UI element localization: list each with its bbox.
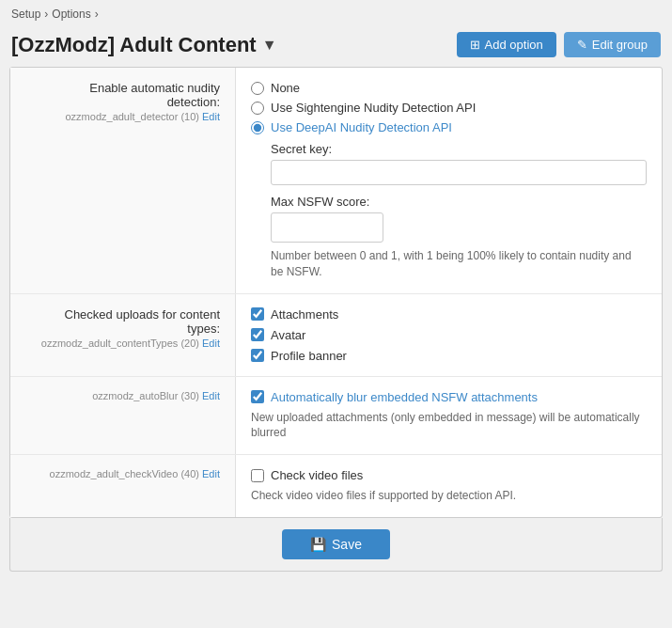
nsfw-score-input[interactable]: 0.8 [272,216,383,240]
check-video-meta-text: ozzmodz_adult_checkVideo (40) [50,468,199,479]
add-icon: ⊞ [470,38,480,52]
edit-icon: ✎ [577,38,587,52]
page-header: [OzzModz] Adult Content ▼ ⊞ Add option ✎… [0,28,672,67]
checkbox-auto-blur-label: Automatically blur embedded NSFW attachm… [271,390,538,404]
content-types-meta-text: ozzmodz_adult_contentTypes (20) [41,338,199,349]
checkbox-avatar-label: Avatar [271,328,305,342]
check-video-edit-link[interactable]: Edit [202,468,220,479]
checkbox-auto-blur-input[interactable] [251,390,264,403]
deepai-sub-options: Secret key: Max NSFW score: 0.8 + − Numb… [271,142,647,280]
nsfw-hint-text: Number between 0 and 1, with 1 being 100… [271,248,647,280]
checkbox-avatar[interactable]: Avatar [251,328,647,342]
auto-blur-hint: New uploaded attachments (only embedded … [251,410,647,442]
dropdown-arrow-icon[interactable]: ▼ [262,37,277,54]
auto-blur-meta: ozzmodz_autoBlur (30) Edit [25,390,220,401]
option-row-nudity-detection: Enable automatic nuditydetection: ozzmod… [10,68,662,294]
footer-bar: 💾 Save [9,518,663,572]
breadcrumb-sep2: › [95,8,99,21]
checkbox-profile-banner[interactable]: Profile banner [251,349,647,363]
save-icon: 💾 [310,537,326,552]
radio-sightengine[interactable]: Use Sightengine Nudity Detection API [251,101,647,115]
secret-key-label: Secret key: [271,142,647,156]
nudity-edit-link[interactable]: Edit [202,111,220,122]
checkbox-check-video-label: Check video files [271,468,363,482]
add-option-label: Add option [485,38,543,52]
option-label-content-types: Checked uploads for contenttypes: ozzmod… [10,294,236,376]
page-title: [OzzModz] Adult Content ▼ [11,33,277,57]
add-option-button[interactable]: ⊞ Add option [457,32,556,57]
nsfw-input-group: 0.8 + − [271,212,383,243]
content-types-value-cell: Attachments Avatar Profile banner [236,294,662,376]
edit-group-label: Edit group [592,38,648,52]
radio-sightengine-label: Use Sightengine Nudity Detection API [271,101,476,115]
radio-deepai[interactable]: Use DeepAI Nudity Detection API [251,120,647,134]
breadcrumb-setup[interactable]: Setup [11,8,40,21]
nudity-label-title: Enable automatic nuditydetection: [25,81,220,109]
option-label-auto-blur: ozzmodz_autoBlur (30) Edit [10,377,236,455]
option-row-auto-blur: ozzmodz_autoBlur (30) Edit Automatically… [10,377,662,456]
nudity-label-meta: ozzmodz_adult_detector (10) Edit [25,111,220,122]
breadcrumb-sep1: › [44,8,48,21]
check-video-hint: Check video video files if supported by … [251,488,647,504]
option-label-nudity: Enable automatic nuditydetection: ozzmod… [10,68,236,293]
radio-deepai-input[interactable] [251,121,264,134]
option-label-check-video: ozzmodz_adult_checkVideo (40) Edit [10,455,236,517]
checkbox-profile-banner-input[interactable] [251,349,264,362]
nudity-radio-group: None Use Sightengine Nudity Detection AP… [251,81,647,134]
save-button[interactable]: 💾 Save [282,529,390,559]
checkbox-auto-blur[interactable]: Automatically blur embedded NSFW attachm… [251,390,647,404]
auto-blur-value-cell: Automatically blur embedded NSFW attachm… [236,377,662,455]
header-buttons: ⊞ Add option ✎ Edit group [457,32,661,57]
secret-key-input[interactable] [271,160,647,185]
radio-sightengine-input[interactable] [251,102,264,115]
breadcrumb: Setup › Options › [0,0,672,28]
breadcrumb-options[interactable]: Options [52,8,90,21]
radio-none-label: None [271,81,300,95]
main-content: Enable automatic nuditydetection: ozzmod… [9,67,663,518]
checkbox-check-video[interactable]: Check video files [251,468,647,482]
radio-deepai-label: Use DeepAI Nudity Detection API [271,120,452,134]
content-types-label-meta: ozzmodz_adult_contentTypes (20) Edit [25,338,220,349]
checkbox-attachments[interactable]: Attachments [251,307,647,322]
nudity-meta-text: ozzmodz_adult_detector (10) [66,111,199,122]
checkbox-check-video-input[interactable] [251,469,264,482]
auto-blur-meta-text: ozzmodz_autoBlur (30) [92,390,199,401]
checkbox-avatar-input[interactable] [251,328,264,341]
content-types-edit-link[interactable]: Edit [202,338,220,349]
checkbox-attachments-label: Attachments [271,307,338,322]
radio-none[interactable]: None [251,81,647,95]
edit-group-button[interactable]: ✎ Edit group [564,32,661,57]
radio-none-input[interactable] [251,82,264,95]
check-video-meta: ozzmodz_adult_checkVideo (40) Edit [25,468,220,479]
auto-blur-edit-link[interactable]: Edit [202,390,220,401]
content-types-label-title: Checked uploads for contenttypes: [25,307,220,336]
nudity-value-cell: None Use Sightengine Nudity Detection AP… [236,68,662,293]
checkbox-attachments-input[interactable] [251,307,264,321]
nsfw-score-label: Max NSFW score: [271,195,647,209]
option-row-content-types: Checked uploads for contenttypes: ozzmod… [10,294,662,377]
save-label: Save [332,537,362,552]
page-title-text: [OzzModz] Adult Content [11,33,257,57]
checkbox-profile-banner-label: Profile banner [271,349,347,363]
content-types-checkbox-group: Attachments Avatar Profile banner [251,307,647,363]
option-row-check-video: ozzmodz_adult_checkVideo (40) Edit Check… [10,455,662,517]
check-video-value-cell: Check video files Check video video file… [236,455,662,517]
